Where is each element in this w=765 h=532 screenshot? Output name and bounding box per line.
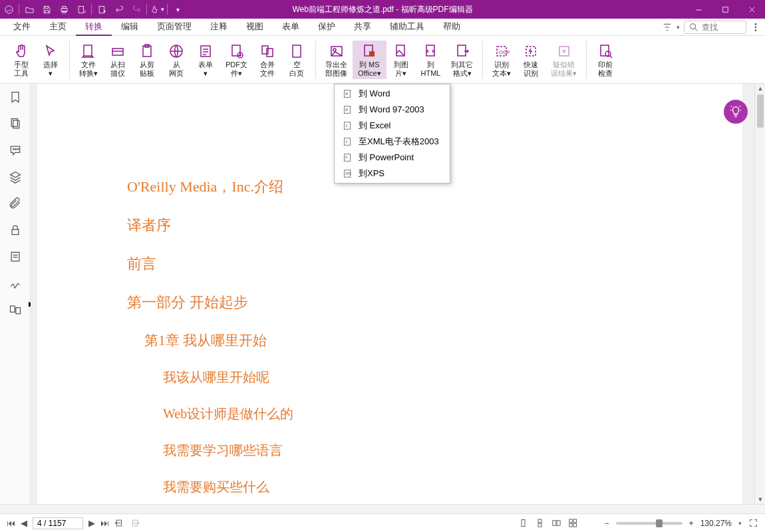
dropdown-item[interactable]: XPS到XPS bbox=[335, 166, 450, 182]
pages-icon[interactable] bbox=[9, 117, 22, 130]
fullscreen-icon[interactable] bbox=[748, 518, 758, 528]
last-page-button[interactable]: ⏭ bbox=[100, 518, 109, 528]
to-other-button[interactable]: 到其它 格式▾ bbox=[446, 41, 478, 79]
new-icon[interactable] bbox=[93, 0, 110, 19]
more-icon[interactable] bbox=[750, 22, 761, 33]
svg-rect-46 bbox=[522, 520, 525, 527]
zoom-out-button[interactable]: − bbox=[605, 519, 609, 528]
page-number-input[interactable] bbox=[33, 517, 83, 529]
toc-entry: 第一部分 开始起步 bbox=[127, 293, 689, 313]
blank-page-button[interactable]: 空 白页 bbox=[282, 41, 311, 79]
attachments-icon[interactable] bbox=[9, 197, 22, 210]
menu-注释[interactable]: 注释 bbox=[201, 19, 237, 36]
from-web-button[interactable]: 从 网页 bbox=[162, 41, 191, 79]
scroll-up-icon[interactable]: ▲ bbox=[755, 84, 765, 93]
svg-rect-43 bbox=[15, 308, 20, 314]
idea-bulb-button[interactable] bbox=[724, 100, 748, 124]
svg-rect-1 bbox=[61, 8, 67, 11]
preflight-button[interactable]: 印前 检查 bbox=[591, 41, 620, 79]
menu-页面管理[interactable]: 页面管理 bbox=[148, 19, 201, 36]
svg-text:W: W bbox=[345, 92, 349, 96]
security-icon[interactable] bbox=[9, 223, 22, 237]
search-input[interactable] bbox=[684, 21, 746, 34]
pdf-file-button[interactable]: PDF文 件▾ bbox=[220, 41, 253, 79]
svg-point-9 bbox=[755, 27, 756, 28]
nav-fwd-icon[interactable] bbox=[130, 518, 140, 528]
dropdown-item[interactable]: X至XML电子表格2003 bbox=[335, 134, 450, 150]
menu-文件[interactable]: 文件 bbox=[4, 19, 40, 36]
menu-视图[interactable]: 视图 bbox=[237, 19, 273, 36]
dropdown-item[interactable]: P到 PowerPoint bbox=[335, 150, 450, 166]
qat-dropdown-icon[interactable]: ▾ bbox=[169, 0, 186, 19]
svg-rect-48 bbox=[538, 523, 541, 527]
quick-ocr-button[interactable]: 快速 识别 bbox=[516, 41, 545, 79]
toc-entry: 我该从哪里开始呢 bbox=[163, 368, 689, 386]
open-icon[interactable] bbox=[21, 0, 38, 19]
svg-rect-49 bbox=[552, 521, 555, 526]
menu-表单[interactable]: 表单 bbox=[273, 19, 309, 36]
suspect-results-button: 疑似错 误结果▾ bbox=[545, 41, 582, 79]
file-convert-button[interactable]: 文件 转换▾ bbox=[74, 41, 103, 79]
nav-back-icon[interactable] bbox=[114, 518, 124, 528]
scroll-down-icon[interactable]: ▼ bbox=[755, 495, 765, 504]
combine-button[interactable]: 合并 文件 bbox=[253, 41, 282, 79]
vertical-scrollbar[interactable]: ▲ ▼ bbox=[754, 84, 765, 504]
to-html-button[interactable]: 到 HTML bbox=[416, 41, 446, 79]
dropdown-item[interactable]: W到 Word bbox=[335, 86, 450, 102]
undo-icon[interactable] bbox=[110, 0, 128, 19]
prev-page-button[interactable]: ◀ bbox=[21, 518, 27, 528]
print-icon[interactable] bbox=[55, 0, 73, 19]
export-images-button[interactable]: 导出全 部图像 bbox=[320, 41, 353, 79]
redo-icon[interactable] bbox=[128, 0, 145, 19]
comments-icon[interactable] bbox=[9, 144, 22, 157]
signature-icon[interactable] bbox=[9, 277, 22, 290]
continuous-facing-icon[interactable] bbox=[568, 518, 578, 528]
fields-icon[interactable] bbox=[9, 250, 22, 263]
maximize-button[interactable] bbox=[712, 0, 738, 19]
to-msoffice-button[interactable]: 到 MS Office▾ bbox=[353, 41, 386, 79]
dropdown-label: 到 Word bbox=[359, 88, 390, 100]
svg-point-10 bbox=[755, 29, 756, 31]
hand-tool-button[interactable]: 手型 工具 bbox=[7, 41, 36, 79]
from-clipboard-button[interactable]: 从剪 贴板 bbox=[132, 41, 162, 79]
close-button[interactable] bbox=[738, 0, 765, 19]
svg-point-7 bbox=[690, 23, 696, 29]
svg-text:OCR: OCR bbox=[499, 49, 510, 55]
from-scanner-button[interactable]: 从扫 描仪 bbox=[103, 41, 132, 79]
next-page-button[interactable]: ▶ bbox=[88, 518, 95, 528]
minimize-button[interactable] bbox=[685, 0, 712, 19]
layers-icon[interactable] bbox=[9, 170, 22, 184]
to-image-button[interactable]: 到图 片▾ bbox=[386, 41, 416, 79]
zoom-level[interactable]: 130.27% bbox=[700, 519, 732, 528]
zoom-in-button[interactable]: + bbox=[689, 519, 694, 528]
save-icon[interactable] bbox=[38, 0, 55, 19]
zoom-slider[interactable] bbox=[616, 522, 683, 525]
menu-辅助工具[interactable]: 辅助工具 bbox=[381, 19, 434, 36]
touch-icon[interactable]: ▾ bbox=[148, 0, 166, 19]
single-page-view-icon[interactable] bbox=[518, 518, 528, 528]
svg-point-0 bbox=[5, 5, 12, 13]
ocr-text-button[interactable]: OCR识别 文本▾ bbox=[487, 41, 516, 79]
select-tool-button[interactable]: 选择▾ bbox=[36, 41, 65, 79]
form-button[interactable]: 表单▾ bbox=[191, 41, 220, 79]
svg-rect-28 bbox=[458, 45, 466, 56]
bookmark-icon[interactable] bbox=[9, 90, 22, 104]
dropdown-label: 到XPS bbox=[359, 168, 384, 180]
search-field[interactable] bbox=[702, 23, 742, 32]
filter-icon[interactable] bbox=[662, 22, 673, 33]
facing-view-icon[interactable] bbox=[551, 518, 561, 528]
menu-主页[interactable]: 主页 bbox=[40, 19, 76, 36]
dropdown-item[interactable]: X到 Excel bbox=[335, 118, 450, 134]
menu-编辑[interactable]: 编辑 bbox=[112, 19, 148, 36]
continuous-view-icon[interactable] bbox=[535, 518, 545, 528]
menu-帮助[interactable]: 帮助 bbox=[434, 19, 470, 36]
menu-共享[interactable]: 共享 bbox=[345, 19, 381, 36]
compare-icon[interactable] bbox=[9, 303, 22, 317]
horizontal-scrollbar[interactable] bbox=[0, 504, 765, 513]
first-page-button[interactable]: ⏮ bbox=[7, 518, 15, 528]
menu-保护[interactable]: 保护 bbox=[309, 19, 345, 36]
scroll-thumb[interactable] bbox=[757, 94, 764, 128]
save-as-icon[interactable] bbox=[73, 0, 90, 19]
dropdown-item[interactable]: W到 Word 97-2003 bbox=[335, 102, 450, 118]
menu-转换[interactable]: 转换 bbox=[76, 19, 112, 36]
